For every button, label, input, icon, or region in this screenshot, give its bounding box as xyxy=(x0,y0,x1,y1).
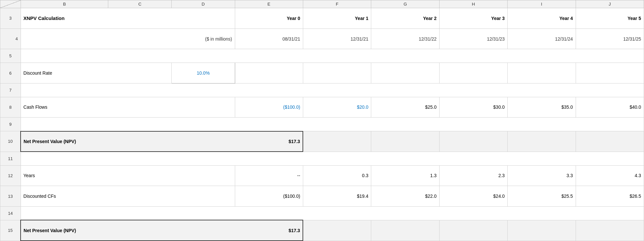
row-3: 3 XNPV Calculation Year 0 Year 1 Year 2 … xyxy=(0,8,644,29)
row-12: 12 Years -- 0.3 1.3 2.3 3.3 4.3 xyxy=(0,165,644,186)
years-year0: -- xyxy=(235,165,303,186)
col-header-d[interactable]: E xyxy=(235,0,303,8)
years-year1: 0.3 xyxy=(303,165,371,186)
col-header-b[interactable]: C xyxy=(108,0,172,8)
row-10: 10 Net Present Value (NPV) $17.3 xyxy=(0,131,644,152)
dcf-year5: $26.5 xyxy=(576,186,644,207)
year4-header: Year 4 xyxy=(508,8,576,29)
dcf-year0: ($100.0) xyxy=(235,186,303,207)
dcf-year1: $19.4 xyxy=(303,186,371,207)
row-5: 5 xyxy=(0,49,644,63)
dcf-year4: $25.5 xyxy=(508,186,576,207)
col-header-e[interactable]: F xyxy=(303,0,371,8)
discount-rate-value: 10.0% xyxy=(197,70,210,76)
row-num-9: 9 xyxy=(0,118,21,131)
npv-label-1: Net Present Value (NPV) xyxy=(21,131,235,152)
cash-flows-label: Cash Flows xyxy=(21,97,235,118)
col-header-a[interactable]: B xyxy=(21,0,108,8)
xnpv-title: XNPV Calculation xyxy=(21,8,235,29)
cashflow-year3: $30.0 xyxy=(439,97,507,118)
row-6: 6 Discount Rate 10.0% xyxy=(0,63,644,83)
years-year4: 3.3 xyxy=(508,165,576,186)
row-num-8: 8 xyxy=(0,97,21,118)
row-9: 9 xyxy=(0,118,644,131)
column-header-row: B C D E F G H I J xyxy=(0,0,644,8)
date-year5: 12/31/25 xyxy=(576,28,644,49)
row-num-14: 14 xyxy=(0,206,21,220)
row-num-5: 5 xyxy=(0,49,21,63)
npv-value-2: $17.3 xyxy=(235,220,303,241)
row-num-12: 12 xyxy=(0,165,21,186)
date-year0: 08/31/21 xyxy=(235,28,303,49)
row-15: 15 Net Present Value (NPV) $17.3 xyxy=(0,220,644,241)
years-year2: 1.3 xyxy=(371,165,439,186)
row-num-11: 11 xyxy=(0,152,21,165)
date-year1: 12/31/21 xyxy=(303,28,371,49)
millions-label: ($ in millions) xyxy=(21,28,235,49)
year5-header: Year 5 xyxy=(576,8,644,29)
row-num-3: 3 xyxy=(0,8,21,29)
col-header-c[interactable]: D xyxy=(171,0,235,8)
row-4: 4 ($ in millions) 08/31/21 12/31/21 12/3… xyxy=(0,28,644,49)
row-14: 14 xyxy=(0,206,644,220)
years-label: Years xyxy=(21,165,235,186)
year2-header: Year 2 xyxy=(371,8,439,29)
dcf-year3: $24.0 xyxy=(439,186,507,207)
date-year2: 12/31/22 xyxy=(371,28,439,49)
cashflow-year5: $40.0 xyxy=(576,97,644,118)
year3-header: Year 3 xyxy=(439,8,507,29)
discounted-cfs-label: Discounted CFs xyxy=(21,186,235,207)
row-num-7: 7 xyxy=(0,83,21,97)
col-header-i[interactable]: J xyxy=(576,0,644,8)
row-11: 11 xyxy=(0,152,644,165)
npv-label-2: Net Present Value (NPV) xyxy=(21,220,235,241)
years-year5: 4.3 xyxy=(576,165,644,186)
discount-rate-input[interactable]: 10.0% xyxy=(171,63,235,83)
cashflow-year2: $25.0 xyxy=(371,97,439,118)
dcf-year2: $22.0 xyxy=(371,186,439,207)
spreadsheet: B C D E F G H I J 3 XNPV Calculation Yea… xyxy=(0,0,644,241)
row-num-6: 6 xyxy=(0,63,21,83)
years-year3: 2.3 xyxy=(439,165,507,186)
npv-value-1: $17.3 xyxy=(235,131,303,152)
cashflow-year0: ($100.0) xyxy=(235,97,303,118)
date-year3: 12/31/23 xyxy=(439,28,507,49)
row-num-13: 13 xyxy=(0,186,21,207)
row-7: 7 xyxy=(0,83,644,97)
year1-header: Year 1 xyxy=(303,8,371,29)
cashflow-year4: $35.0 xyxy=(508,97,576,118)
corner-cell xyxy=(0,0,21,8)
row-13: 13 Discounted CFs ($100.0) $19.4 $22.0 $… xyxy=(0,186,644,207)
date-year4: 12/31/24 xyxy=(508,28,576,49)
col-header-g[interactable]: H xyxy=(439,0,507,8)
row-num-4: 4 xyxy=(0,28,21,49)
cashflow-year1: $20.0 xyxy=(303,97,371,118)
col-header-f[interactable]: G xyxy=(371,0,439,8)
row-num-10: 10 xyxy=(0,131,21,152)
discount-rate-label: Discount Rate xyxy=(21,63,171,83)
row-num-15: 15 xyxy=(0,220,21,241)
row-8: 8 Cash Flows ($100.0) $20.0 $25.0 $30.0 … xyxy=(0,97,644,118)
year0-header: Year 0 xyxy=(235,8,303,29)
col-header-h[interactable]: I xyxy=(508,0,576,8)
